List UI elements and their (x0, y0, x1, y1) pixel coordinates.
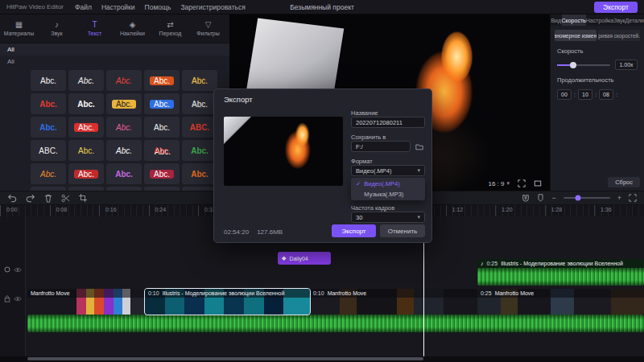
text-style-tile[interactable]: Abc. (31, 93, 66, 114)
track-visibility-icon[interactable] (14, 267, 22, 273)
menu-item[interactable]: Настройки (101, 3, 135, 11)
text-style-tile[interactable]: Abc. (106, 70, 142, 91)
speed-mode-button[interactable]: Равномерное измене... (555, 30, 597, 41)
text-style-tile[interactable]: Abc. (68, 117, 104, 138)
text-style-tile[interactable]: Abc. (31, 70, 66, 91)
speed-slider-handle[interactable] (570, 62, 576, 68)
aspect-ratio-button[interactable]: 16 : 9 ▾ (488, 180, 510, 187)
text-style-tile[interactable]: Abc. (182, 163, 217, 184)
text-style-sample: ABC. (190, 123, 209, 132)
duration-hours-field[interactable]: 00 (557, 89, 572, 100)
timeline-clip-video-selected[interactable]: 0:10 Illustris - Моделирование эволюции … (145, 289, 310, 315)
export-cancel-button[interactable]: Отменить (380, 224, 425, 237)
properties-tab[interactable]: Детали (625, 14, 644, 26)
menubar: HitPaw Video Editor ФайлНастройкиПомощьЗ… (0, 0, 644, 14)
text-style-tile[interactable]: Abc. (144, 140, 180, 161)
timeline-clip-video[interactable]: Manfrotto Move (27, 289, 145, 315)
text-style-tile[interactable]: Abc. (182, 70, 217, 91)
redo-icon[interactable] (26, 194, 35, 203)
fit-timeline-icon[interactable] (629, 194, 637, 202)
media-tab[interactable]: ♪ Звук (38, 14, 76, 43)
text-style-tile[interactable]: ABC. (182, 117, 217, 138)
speed-value-box[interactable]: 1.00x (615, 60, 638, 70)
category-tab-all[interactable]: All (0, 43, 229, 56)
media-tab[interactable]: ◈ Наклейки (114, 14, 151, 43)
speed-slider[interactable] (557, 64, 610, 66)
undo-icon[interactable] (7, 194, 17, 203)
properties-tab[interactable]: Скорость (562, 14, 586, 26)
marker-icon[interactable] (537, 194, 544, 202)
media-tab[interactable]: ⇄ Переход (151, 14, 189, 43)
save-path-input[interactable] (351, 141, 411, 152)
format-option[interactable]: ✓ Видео(.MP4) (351, 179, 425, 189)
text-style-tile[interactable]: Abc. (182, 140, 217, 161)
text-style-sample: Abc. (191, 170, 208, 179)
zoom-out-icon[interactable]: − (551, 194, 555, 202)
text-style-tile[interactable]: Abc. (68, 140, 104, 161)
text-style-tile[interactable]: Abc. (106, 117, 142, 138)
clip-duration: 0:25 (487, 261, 498, 266)
duration-separator: : (595, 92, 597, 97)
zoom-in-icon[interactable]: + (617, 194, 621, 202)
timeline-clip-audio[interactable]: ♪ 0:25 Illustris - Моделирование эволюци… (477, 259, 644, 286)
text-style-tile[interactable]: Abc. (106, 140, 142, 161)
export-preview-thumbnail (224, 117, 343, 186)
text-style-tile[interactable]: Abc. (68, 70, 104, 91)
text-style-tile[interactable]: Abc. (106, 163, 142, 184)
timeline-clip-video[interactable]: 0:25 Manfrotto Move (477, 289, 644, 315)
reset-button[interactable]: Сброс (608, 177, 640, 187)
media-tab-label: Наклейки (120, 31, 145, 36)
fit-screen-icon[interactable] (518, 179, 526, 187)
duration-seconds-field[interactable]: 08 (599, 89, 613, 100)
menu-item[interactable]: Файл (75, 3, 92, 11)
text-style-tile[interactable]: Abc. (144, 163, 180, 184)
menu-item[interactable]: Зарегистрироваться (180, 3, 245, 11)
text-style-sample: Abc. (191, 146, 208, 155)
speed-mode-button[interactable]: Кривая скоростей... (598, 30, 640, 41)
format-option[interactable]: ✓ Музыка(.MP3) (351, 189, 425, 200)
media-tab[interactable]: T Текст (76, 14, 114, 43)
zoom-slider-handle[interactable] (576, 195, 581, 201)
split-icon[interactable] (61, 194, 70, 203)
text-style-tile[interactable]: Abc. (144, 93, 180, 114)
text-style-tile[interactable]: Abc. (31, 163, 66, 184)
export-name-input[interactable] (351, 117, 425, 128)
duration-minutes-field[interactable]: 10 (578, 89, 592, 100)
duration-label: Продолжительность (551, 70, 644, 87)
track-lock-icon[interactable] (4, 295, 10, 302)
subcategory-tab-all[interactable]: All (0, 56, 229, 68)
text-style-tile[interactable]: Abc. (31, 117, 66, 138)
text-style-tile[interactable]: Abc. (68, 93, 104, 114)
format-select[interactable]: Видео(.MP4) ▾ (351, 165, 425, 176)
browse-folder-icon[interactable] (414, 141, 425, 152)
timeline-horizontal-scrollbar[interactable] (27, 357, 423, 360)
timeline-zoom-slider[interactable] (564, 197, 610, 199)
track-record-icon[interactable] (4, 266, 10, 273)
text-style-tile[interactable]: ABC. (31, 140, 66, 161)
export-button-top[interactable]: Экспорт (594, 2, 638, 13)
text-style-sample: Abc. (39, 100, 57, 109)
media-tab[interactable]: ▽ Фильтры (189, 14, 227, 43)
timeline-clip-video[interactable]: 0:10 Manfrotto Move (310, 289, 477, 315)
track-visibility-icon[interactable] (14, 296, 22, 302)
crop-icon[interactable] (79, 194, 87, 202)
text-style-tile[interactable]: Abc. (144, 117, 180, 138)
fullscreen-icon[interactable] (534, 179, 542, 187)
clip-title: Manfrotto Move (31, 290, 70, 296)
text-style-tile[interactable]: Abc. (106, 93, 142, 114)
delete-icon[interactable] (44, 194, 52, 203)
master-audio-waveform[interactable] (27, 315, 644, 332)
text-style-tile[interactable]: Abc. (182, 93, 217, 114)
magnet-icon[interactable] (522, 194, 530, 202)
fps-select[interactable]: 30 ▾ (351, 212, 425, 223)
menu-item[interactable]: Помощь (145, 3, 171, 11)
media-tab[interactable]: ▦ Материалы (0, 14, 38, 43)
properties-tab[interactable]: Настройка (586, 14, 613, 26)
properties-tab[interactable]: Вид (551, 14, 562, 26)
text-style-sample: Abc. (154, 146, 170, 155)
text-style-tile[interactable]: Abc. (144, 70, 180, 91)
text-style-tile[interactable]: Abc. (68, 163, 104, 184)
export-confirm-button[interactable]: Экспорт (332, 224, 376, 237)
properties-tab[interactable]: Звук (613, 14, 625, 26)
timeline-clip-overlay[interactable]: ◆ Daily04 (278, 252, 331, 265)
